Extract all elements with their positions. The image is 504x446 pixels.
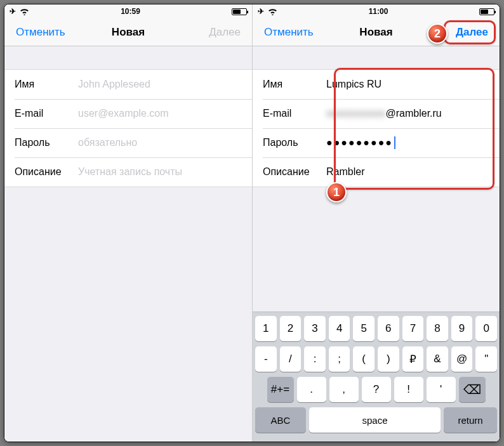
- key--[interactable]: -: [255, 346, 277, 372]
- key-abc[interactable]: ABC: [255, 407, 306, 433]
- key-,[interactable]: ,: [329, 377, 359, 402]
- key-shift[interactable]: #+=: [267, 377, 294, 402]
- battery-icon: [479, 8, 494, 15]
- nav-bar: Отменить Новая Далее: [4, 18, 252, 46]
- account-form: Имя E-mail Пароль Описание: [4, 69, 252, 187]
- key-@[interactable]: @: [451, 346, 473, 372]
- callout-badge-2: 2: [427, 23, 448, 44]
- key-.[interactable]: .: [297, 377, 326, 402]
- key-![interactable]: !: [394, 377, 423, 402]
- key-2[interactable]: 2: [280, 316, 302, 341]
- row-name: Имя Lumpics RU: [253, 70, 500, 99]
- key-&[interactable]: &: [427, 346, 448, 372]
- row-description: Описание Rambler: [253, 157, 500, 187]
- wifi-icon: [20, 8, 29, 15]
- key-return[interactable]: return: [444, 407, 497, 433]
- key-backspace[interactable]: ⌫: [459, 377, 486, 402]
- screen-empty-form: ✈︎ 10:59 Отменить Новая Далее Имя E-mail: [4, 4, 252, 442]
- password-field[interactable]: ●●●●●●●●●: [326, 136, 489, 149]
- next-button[interactable]: Далее: [452, 23, 492, 41]
- key-4[interactable]: 4: [329, 316, 350, 341]
- description-field[interactable]: [78, 160, 242, 184]
- status-bar: ✈︎ 10:59: [4, 4, 252, 18]
- key-0[interactable]: 0: [475, 316, 497, 341]
- screen-filled-form: ✈︎ 11:00 Отменить Новая Далее Имя Lumpic…: [252, 4, 500, 442]
- airplane-icon: ✈︎: [10, 7, 16, 16]
- key-8[interactable]: 8: [427, 316, 448, 341]
- email-field[interactable]: xxxxxxxxxxx @rambler.ru: [326, 108, 489, 119]
- battery-icon: [232, 8, 247, 15]
- key-?[interactable]: ?: [362, 377, 391, 402]
- description-field[interactable]: Rambler: [326, 166, 489, 178]
- key-)[interactable]: ): [378, 346, 399, 372]
- key-1[interactable]: 1: [255, 316, 277, 341]
- name-field[interactable]: [78, 72, 242, 96]
- key-9[interactable]: 9: [451, 316, 473, 341]
- keyboard: 1234567890 -/:;()₽&@" #+=.,?!'⌫ ABC spac…: [253, 312, 500, 442]
- row-name: Имя: [4, 70, 252, 99]
- key-₽[interactable]: ₽: [402, 346, 424, 372]
- row-password: Пароль ●●●●●●●●●: [253, 128, 500, 157]
- email-field[interactable]: [78, 102, 242, 126]
- password-field[interactable]: [78, 131, 242, 155]
- key-7[interactable]: 7: [402, 316, 424, 341]
- key-"[interactable]: ": [475, 346, 497, 372]
- status-bar: ✈︎ 11:00: [253, 4, 500, 18]
- key-5[interactable]: 5: [353, 316, 375, 341]
- key-space[interactable]: space: [309, 407, 441, 433]
- row-email: E-mail: [4, 99, 252, 128]
- key-:[interactable]: :: [304, 346, 326, 372]
- account-form: Имя Lumpics RU E-mail xxxxxxxxxxx @rambl…: [253, 69, 500, 187]
- row-description: Описание: [4, 157, 252, 187]
- wifi-icon: [268, 8, 277, 15]
- cancel-button[interactable]: Отменить: [12, 23, 69, 41]
- key-3[interactable]: 3: [304, 316, 326, 341]
- next-button: Далее: [205, 23, 244, 41]
- row-email: E-mail xxxxxxxxxxx @rambler.ru: [253, 99, 500, 128]
- key-;[interactable]: ;: [329, 346, 350, 372]
- key-([interactable]: (: [353, 346, 375, 372]
- text-cursor: [394, 136, 395, 149]
- key-/[interactable]: /: [280, 346, 302, 372]
- key-'[interactable]: ': [427, 377, 456, 402]
- name-field[interactable]: Lumpics RU: [326, 79, 489, 90]
- status-time: 10:59: [121, 7, 140, 16]
- row-password: Пароль: [4, 128, 252, 157]
- airplane-icon: ✈︎: [258, 7, 264, 16]
- key-6[interactable]: 6: [378, 316, 399, 341]
- status-time: 11:00: [369, 7, 388, 16]
- callout-badge-1: 1: [326, 182, 347, 202]
- cancel-button[interactable]: Отменить: [260, 23, 317, 41]
- nav-bar: Отменить Новая Далее: [253, 18, 500, 46]
